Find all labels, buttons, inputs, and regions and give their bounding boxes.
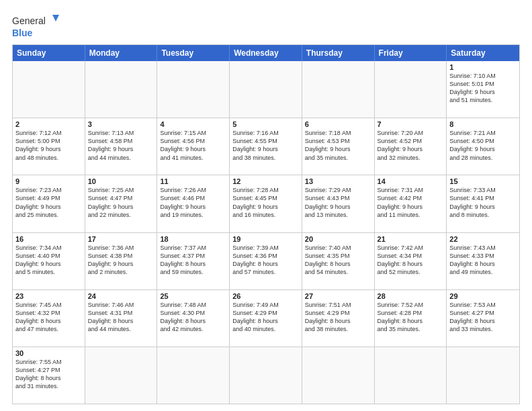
day-number: 16: [15, 235, 82, 243]
day-number: 30: [15, 349, 82, 357]
day-info: Sunrise: 7:49 AM Sunset: 4:29 PM Dayligh…: [232, 301, 299, 334]
day-info: Sunrise: 7:25 AM Sunset: 4:47 PM Dayligh…: [88, 186, 154, 219]
day-header-sunday: Sunday: [13, 45, 85, 61]
day-info: Sunrise: 7:13 AM Sunset: 4:58 PM Dayligh…: [88, 129, 154, 162]
day-cell: 9Sunrise: 7:23 AM Sunset: 4:49 PM Daylig…: [13, 175, 85, 232]
day-number: 24: [88, 292, 154, 300]
day-cell: 19Sunrise: 7:39 AM Sunset: 4:36 PM Dayli…: [230, 233, 302, 289]
day-number: 3: [88, 120, 154, 128]
day-cell: 14Sunrise: 7:31 AM Sunset: 4:42 PM Dayli…: [375, 175, 447, 232]
day-info: Sunrise: 7:34 AM Sunset: 4:40 PM Dayligh…: [15, 244, 82, 277]
day-cell: [230, 347, 302, 404]
day-info: Sunrise: 7:15 AM Sunset: 4:56 PM Dayligh…: [160, 129, 226, 162]
day-number: 14: [378, 177, 444, 185]
day-number: 29: [449, 292, 517, 300]
svg-text:General: General: [12, 15, 46, 26]
svg-text:Blue: Blue: [12, 28, 33, 38]
day-cell: [302, 347, 375, 404]
day-cell: [375, 61, 447, 118]
weeks-container: 1Sunrise: 7:10 AM Sunset: 5:01 PM Daylig…: [13, 61, 519, 404]
day-number: 1: [449, 63, 517, 71]
day-cell: 8Sunrise: 7:21 AM Sunset: 4:50 PM Daylig…: [447, 118, 519, 175]
day-info: Sunrise: 7:53 AM Sunset: 4:27 PM Dayligh…: [449, 301, 517, 334]
day-cell: [157, 61, 230, 118]
day-number: 23: [15, 292, 82, 300]
day-info: Sunrise: 7:28 AM Sunset: 4:45 PM Dayligh…: [232, 186, 299, 219]
day-cell: [85, 61, 158, 118]
day-number: 21: [378, 235, 444, 243]
day-info: Sunrise: 7:39 AM Sunset: 4:36 PM Dayligh…: [232, 244, 299, 277]
day-info: Sunrise: 7:36 AM Sunset: 4:38 PM Dayligh…: [88, 244, 154, 277]
day-cell: 3Sunrise: 7:13 AM Sunset: 4:58 PM Daylig…: [85, 118, 158, 175]
day-info: Sunrise: 7:48 AM Sunset: 4:30 PM Dayligh…: [160, 301, 226, 334]
day-cell: 18Sunrise: 7:37 AM Sunset: 4:37 PM Dayli…: [157, 233, 230, 289]
day-number: 19: [232, 235, 299, 243]
day-cell: 20Sunrise: 7:40 AM Sunset: 4:35 PM Dayli…: [302, 233, 375, 289]
day-number: 25: [160, 292, 226, 300]
day-cell: 27Sunrise: 7:51 AM Sunset: 4:29 PM Dayli…: [302, 290, 375, 347]
header: General Blue: [12, 12, 520, 40]
day-number: 20: [305, 235, 371, 243]
day-number: 8: [449, 120, 517, 128]
day-number: 4: [160, 120, 226, 128]
day-info: Sunrise: 7:33 AM Sunset: 4:41 PM Dayligh…: [449, 186, 517, 219]
day-number: 12: [232, 177, 299, 185]
day-info: Sunrise: 7:52 AM Sunset: 4:28 PM Dayligh…: [378, 301, 444, 334]
day-cell: 22Sunrise: 7:43 AM Sunset: 4:33 PM Dayli…: [447, 233, 519, 289]
logo: General Blue: [12, 12, 59, 40]
day-cell: [230, 61, 302, 118]
day-cell: 24Sunrise: 7:46 AM Sunset: 4:31 PM Dayli…: [85, 290, 158, 347]
day-cell: 23Sunrise: 7:45 AM Sunset: 4:32 PM Dayli…: [13, 290, 85, 347]
week-row-5: 30Sunrise: 7:55 AM Sunset: 4:27 PM Dayli…: [13, 347, 519, 404]
generalblue-logo-icon: General Blue: [12, 12, 59, 40]
day-cell: 11Sunrise: 7:26 AM Sunset: 4:46 PM Dayli…: [157, 175, 230, 232]
day-cell: [85, 347, 158, 404]
day-cell: 4Sunrise: 7:15 AM Sunset: 4:56 PM Daylig…: [157, 118, 230, 175]
day-cell: 25Sunrise: 7:48 AM Sunset: 4:30 PM Dayli…: [157, 290, 230, 347]
day-header-monday: Monday: [85, 45, 158, 61]
week-row-2: 9Sunrise: 7:23 AM Sunset: 4:49 PM Daylig…: [13, 175, 519, 232]
week-row-4: 23Sunrise: 7:45 AM Sunset: 4:32 PM Dayli…: [13, 289, 519, 347]
day-info: Sunrise: 7:43 AM Sunset: 4:33 PM Dayligh…: [449, 244, 517, 277]
day-cell: 13Sunrise: 7:29 AM Sunset: 4:43 PM Dayli…: [302, 175, 375, 232]
week-row-1: 2Sunrise: 7:12 AM Sunset: 5:00 PM Daylig…: [13, 118, 519, 175]
day-cell: 29Sunrise: 7:53 AM Sunset: 4:27 PM Dayli…: [447, 290, 519, 347]
day-number: 11: [160, 177, 226, 185]
day-header-friday: Friday: [375, 45, 447, 61]
svg-marker-2: [52, 15, 59, 21]
day-headers-row: SundayMondayTuesdayWednesdayThursdayFrid…: [13, 45, 519, 61]
day-number: 13: [305, 177, 371, 185]
day-number: 28: [378, 292, 444, 300]
day-cell: [375, 347, 447, 404]
day-info: Sunrise: 7:10 AM Sunset: 5:01 PM Dayligh…: [449, 72, 517, 105]
day-info: Sunrise: 7:37 AM Sunset: 4:37 PM Dayligh…: [160, 244, 226, 277]
day-number: 15: [449, 177, 517, 185]
day-info: Sunrise: 7:45 AM Sunset: 4:32 PM Dayligh…: [15, 301, 82, 334]
day-header-thursday: Thursday: [302, 45, 375, 61]
day-cell: [13, 61, 85, 118]
day-number: 27: [305, 292, 371, 300]
day-cell: [157, 347, 230, 404]
day-info: Sunrise: 7:55 AM Sunset: 4:27 PM Dayligh…: [15, 358, 82, 391]
day-number: 9: [15, 177, 82, 185]
day-info: Sunrise: 7:20 AM Sunset: 4:52 PM Dayligh…: [378, 129, 444, 162]
day-info: Sunrise: 7:51 AM Sunset: 4:29 PM Dayligh…: [305, 301, 371, 334]
day-cell: 6Sunrise: 7:18 AM Sunset: 4:53 PM Daylig…: [302, 118, 375, 175]
day-cell: 5Sunrise: 7:16 AM Sunset: 4:55 PM Daylig…: [230, 118, 302, 175]
day-number: 5: [232, 120, 299, 128]
day-number: 7: [378, 120, 444, 128]
week-row-3: 16Sunrise: 7:34 AM Sunset: 4:40 PM Dayli…: [13, 232, 519, 289]
day-header-wednesday: Wednesday: [230, 45, 302, 61]
day-number: 26: [232, 292, 299, 300]
day-number: 2: [15, 120, 82, 128]
day-cell: 30Sunrise: 7:55 AM Sunset: 4:27 PM Dayli…: [13, 347, 85, 404]
day-cell: 15Sunrise: 7:33 AM Sunset: 4:41 PM Dayli…: [447, 175, 519, 232]
day-cell: [447, 347, 519, 404]
day-number: 18: [160, 235, 226, 243]
day-cell: 10Sunrise: 7:25 AM Sunset: 4:47 PM Dayli…: [85, 175, 158, 232]
day-info: Sunrise: 7:26 AM Sunset: 4:46 PM Dayligh…: [160, 186, 226, 219]
calendar: SundayMondayTuesdayWednesdayThursdayFrid…: [12, 44, 520, 404]
day-header-tuesday: Tuesday: [157, 45, 230, 61]
day-info: Sunrise: 7:21 AM Sunset: 4:50 PM Dayligh…: [449, 129, 517, 162]
day-cell: 28Sunrise: 7:52 AM Sunset: 4:28 PM Dayli…: [375, 290, 447, 347]
